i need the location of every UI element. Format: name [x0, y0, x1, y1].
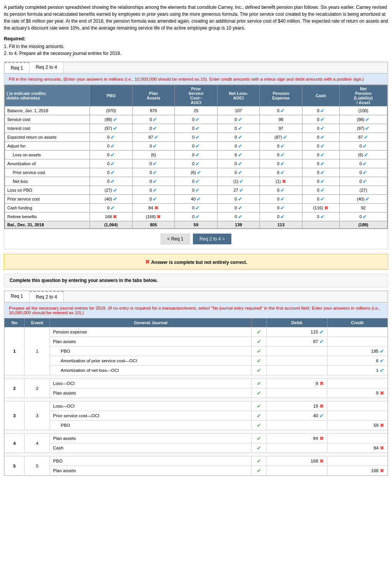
prev-button[interactable]: < Req 1 — [161, 234, 190, 244]
row-net-loss: 0✔ — [217, 212, 260, 221]
check-icon: ✔ — [153, 116, 157, 123]
next-button[interactable]: Req 2 to 4 > — [193, 234, 231, 244]
account-check-icon: ✔ — [257, 458, 261, 464]
account-check-icon: ✔ — [257, 413, 261, 419]
check-icon: ✔ — [153, 178, 157, 184]
row-prior-svc: 59 — [175, 221, 218, 229]
check-icon: ✔ — [195, 116, 200, 123]
answer-status-box: ✖ Answer is complete but not entirely co… — [4, 254, 388, 270]
row-plan-assets: (168)✖ — [132, 212, 175, 221]
x-icon: ✖ — [380, 445, 384, 451]
journal-row-check: ✔ — [251, 388, 266, 398]
row-cash: 0✔ — [302, 151, 339, 159]
check-icon: ✔ — [280, 152, 285, 158]
journal-credit: 59✖ — [327, 421, 387, 430]
row-cash: 0✔ — [302, 212, 339, 221]
check-icon: ✔ — [238, 169, 243, 176]
check-icon: ✔ — [280, 196, 285, 202]
required-label: Required: — [4, 36, 388, 41]
journal-no: 1 — [5, 327, 25, 375]
row-net-loss: 0✔ — [217, 168, 260, 177]
row-prior-svc: 40✔ — [175, 195, 218, 204]
x-icon: ✖ — [324, 205, 329, 211]
journal-account: Loss—OCI — [50, 401, 252, 411]
journal-debit — [267, 366, 327, 375]
row-net-pension: 92 — [339, 204, 387, 212]
check-icon: ✔ — [280, 214, 285, 220]
check-icon: ✔ — [195, 134, 200, 140]
journal-col-no: No — [5, 318, 25, 327]
row-pbo: 0✔ — [90, 177, 133, 186]
check-icon: ✔ — [320, 214, 325, 220]
account-check-icon: ✔ — [257, 329, 261, 335]
check-icon: ✔ — [110, 161, 115, 167]
row-pension-exp: 0✔ — [260, 195, 302, 204]
row-plan-assets: 0✔ — [132, 168, 175, 177]
row-pbo: 0✔ — [90, 133, 133, 142]
check-icon: ✔ — [319, 329, 324, 335]
x-icon-answer: ✖ — [145, 259, 150, 265]
row-net-loss: (1)✔ — [217, 177, 260, 186]
check-icon: ✔ — [113, 187, 118, 193]
journal-credit: 84✖ — [327, 443, 387, 453]
row-net-loss: 0✔ — [217, 115, 260, 124]
x-icon: ✖ — [380, 422, 384, 428]
x-icon: ✖ — [154, 205, 159, 211]
row-net-loss: 0✔ — [217, 124, 260, 133]
row-prior-svc: 0✔ — [175, 115, 218, 124]
row-pension-exp: 0✔ — [260, 159, 302, 168]
row-pbo: (1,064) — [90, 221, 133, 229]
tab1-req1[interactable]: Req 1 — [5, 62, 30, 73]
row-prior-svc: 0✔ — [175, 151, 218, 159]
journal-no: 3 — [5, 401, 25, 430]
row-label: Amortization of: — [5, 159, 90, 168]
check-icon: ✔ — [365, 125, 370, 131]
check-icon: ✔ — [110, 152, 115, 158]
journal-event: 4 — [25, 434, 50, 453]
row-cash: 0✔ — [302, 124, 339, 133]
check-icon: ✔ — [195, 125, 200, 131]
check-icon: ✔ — [320, 108, 325, 114]
col-header-plan-assets: Plan Assets — [132, 85, 175, 106]
journal-row-check: ✔ — [251, 466, 266, 476]
row-pbo: (98)✔ — [90, 115, 133, 124]
journal-debit: 19✖ — [267, 401, 327, 411]
account-check-icon: ✔ — [257, 435, 261, 441]
tabs2-header: Req 1 Req 2 to 4 — [5, 291, 387, 302]
row-pension-exp: 98 — [260, 115, 302, 124]
col-header-pbo: PBO — [90, 85, 133, 106]
row-pbo: (40)✔ — [90, 195, 133, 204]
journal-no: 4 — [5, 434, 25, 453]
tab2-req2to4[interactable]: Req 2 to 4 — [30, 291, 63, 302]
row-label: Prior service cost — [5, 195, 90, 204]
journal-debit — [267, 388, 327, 398]
journal-debit: 84✖ — [267, 434, 327, 443]
journal-account: Pension expense — [50, 327, 252, 337]
tab1-req2to4[interactable]: Req 2 to 4 — [30, 62, 63, 73]
check-icon: ✔ — [195, 205, 200, 211]
second-section: Req 1 Req 2 to 4 Prepare all the necessa… — [4, 290, 388, 476]
row-plan-assets: 870 — [132, 106, 175, 115]
nav-buttons: < Req 1 Req 2 to 4 > — [4, 234, 388, 244]
journal-debit: 115✔ — [267, 327, 327, 337]
check-icon: ✔ — [238, 116, 243, 123]
x-icon: ✖ — [319, 435, 324, 441]
check-icon: ✔ — [110, 143, 115, 149]
check-icon: ✔ — [239, 178, 244, 184]
row-cash: 0✔ — [302, 195, 339, 204]
row-plan-assets: 0✔ — [132, 159, 175, 168]
row-plan-assets: (6) — [132, 151, 175, 159]
tabs1-header: Req 1 Req 2 to 4 — [5, 62, 387, 73]
check-icon: ✔ — [238, 214, 243, 220]
row-net-pension: (189) — [339, 221, 387, 229]
journal-credit — [327, 411, 387, 421]
journal-debit: 168✖ — [267, 456, 327, 466]
journal-row-check: ✔ — [251, 347, 266, 356]
check-icon: ✔ — [320, 116, 325, 123]
row-label: Adjust for: — [5, 142, 90, 151]
tab2-req1[interactable]: Req 1 — [5, 291, 30, 302]
check-icon: ✔ — [110, 178, 115, 184]
row-cash: 0✔ — [302, 168, 339, 177]
journal-event: 5 — [25, 456, 50, 476]
row-pension-exp: (1)✖ — [260, 177, 302, 186]
